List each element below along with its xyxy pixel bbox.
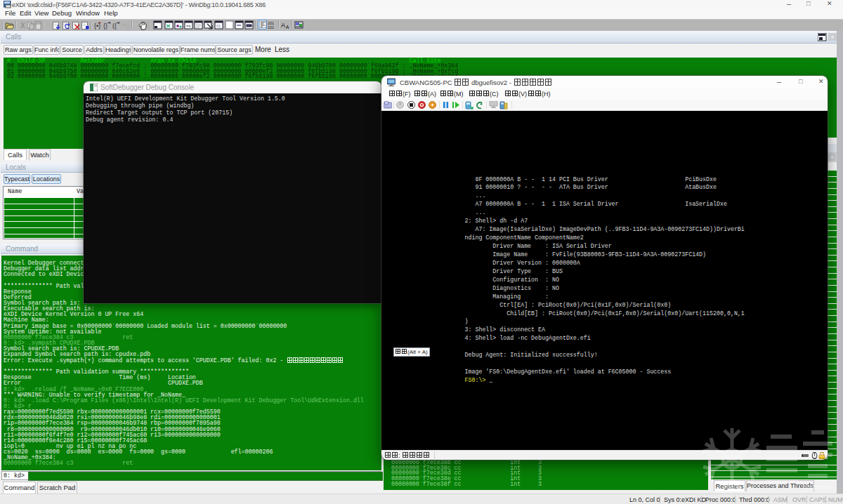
svg-text:101: 101 bbox=[268, 25, 274, 29]
svg-text:A: A bbox=[286, 25, 289, 29]
svg-text:A: A bbox=[281, 22, 285, 29]
svg-text:01: 01 bbox=[216, 24, 221, 28]
svg-text:=x: =x bbox=[186, 24, 191, 28]
